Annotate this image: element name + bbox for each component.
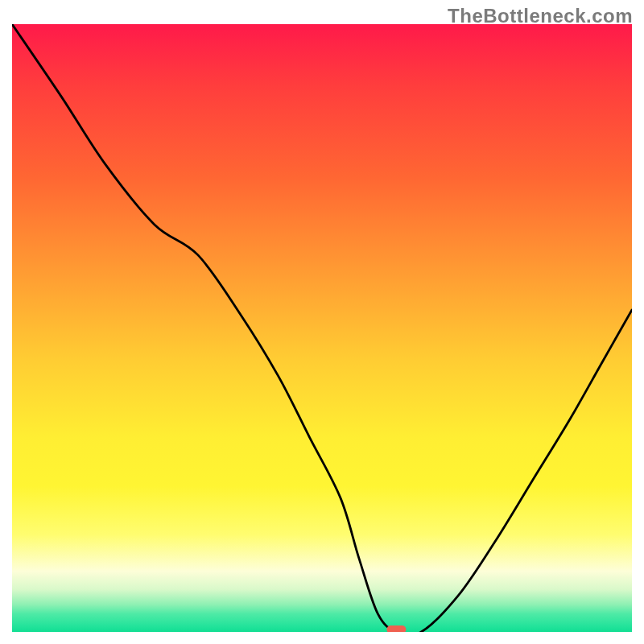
minimum-marker [386, 625, 406, 632]
bottleneck-chart: TheBottleneck.com [0, 0, 644, 644]
bottleneck-curve-line [12, 24, 632, 632]
plot-area [12, 24, 632, 632]
chart-svg [12, 24, 632, 632]
